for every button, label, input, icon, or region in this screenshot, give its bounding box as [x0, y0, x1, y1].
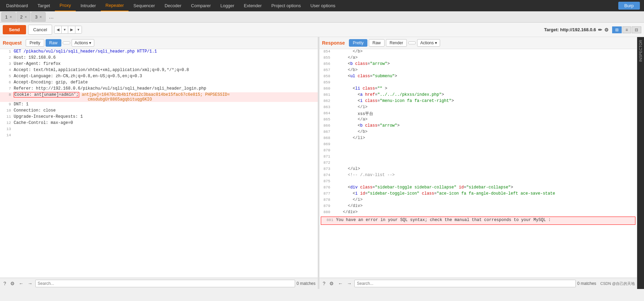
burp-button[interactable]: Burp	[618, 2, 640, 10]
request-match-count: 0 matches	[296, 281, 315, 286]
prev-dropdown[interactable]: ▾	[62, 26, 68, 33]
table-row: 862 <i class="menu-icon fa fa-caret-righ…	[319, 99, 637, 105]
table-row: 9 DNT: 1	[0, 102, 318, 108]
response-search-input[interactable]	[354, 280, 576, 287]
table-row: 871	[319, 154, 637, 160]
nav-sequencer[interactable]: Sequencer	[129, 0, 160, 11]
response-match-count: 0 matches	[577, 281, 596, 286]
edit-icon[interactable]: ✏	[598, 27, 602, 33]
response-search-bar: ? ⚙ ← → 0 matches CSDN @自己的天地	[319, 278, 637, 289]
prev-arrow[interactable]: ◀	[54, 26, 62, 33]
main-content: Request Pretty Raw Actions ▾ 1 GET /pika…	[0, 37, 644, 289]
response-tab-raw[interactable]: Raw	[369, 39, 385, 47]
right-sidebar: INSPECTOR	[637, 37, 644, 289]
request-tab-pretty[interactable]: Pretty	[26, 39, 44, 47]
table-row: 855 </a>	[319, 55, 637, 61]
view-horizontal-btn[interactable]: ≡	[622, 26, 631, 33]
tab-bar: 1 × 2 × 3 × ...	[0, 11, 644, 23]
response-settings-icon[interactable]: ⚙	[328, 280, 335, 287]
table-row: 879 </div>	[319, 204, 637, 210]
nav-extender[interactable]: Extender	[239, 0, 267, 11]
request-settings-icon[interactable]: ⚙	[9, 280, 16, 287]
next-arrow[interactable]: ▶	[68, 26, 75, 33]
request-prev-match[interactable]: ←	[17, 280, 25, 287]
table-row: 874 <!-- /.nav-list -->	[319, 173, 637, 179]
table-row: 7 Referer: http://192.168.0.6/pikachu/vu…	[0, 86, 318, 92]
nav-target[interactable]: Target	[33, 0, 55, 11]
response-prev-match[interactable]: ←	[337, 280, 344, 287]
table-row: 8 Cookie: ant[uname]=admin'; ant[pw]=104…	[0, 92, 318, 102]
view-toggles: ⊞ ≡ ⊟	[612, 26, 641, 33]
request-help-icon[interactable]: ?	[2, 280, 8, 287]
response-tab-pretty[interactable]: Pretty	[349, 39, 367, 47]
table-row: 877 <i id="sidebar-toggle-icon" class="a…	[319, 191, 637, 197]
nav-intruder[interactable]: Intruder	[76, 0, 101, 11]
tab-1[interactable]: 1 ×	[1, 12, 16, 22]
request-tab-newline[interactable]	[63, 42, 70, 44]
response-panel: Response Pretty Raw Render Actions ▾ 854…	[319, 37, 637, 289]
nav-dashboard[interactable]: Dashboard	[1, 0, 33, 11]
table-row: 866 <b class="arrow">	[319, 123, 637, 129]
request-actions-label: Actions	[75, 40, 88, 45]
table-row: 867 </b>	[319, 129, 637, 136]
tab-more[interactable]: ...	[46, 14, 56, 20]
nav-decoder[interactable]: Decoder	[160, 0, 186, 11]
response-help-icon[interactable]: ?	[321, 280, 327, 287]
request-panel: Request Pretty Raw Actions ▾ 1 GET /pika…	[0, 37, 318, 289]
tab-2-label: 2	[20, 14, 23, 20]
table-row: 872	[319, 160, 637, 166]
request-search-input[interactable]	[35, 280, 295, 287]
nav-comparer[interactable]: Comparer	[186, 0, 216, 11]
table-row: 12 Cache-Control: max-age=0	[0, 120, 318, 127]
inspector-label[interactable]: INSPECTOR	[638, 37, 643, 65]
tab-2[interactable]: 2 ×	[16, 12, 31, 22]
cancel-button[interactable]: Cancel	[28, 25, 52, 35]
csdn-label: CSDN @自己的天地	[600, 281, 635, 286]
table-row: 863 </i>	[319, 105, 637, 111]
table-row: 1 GET /pikachu/vul/sqli/sqli_header/sqli…	[0, 49, 318, 55]
response-tab-newline[interactable]	[408, 42, 416, 44]
response-next-match[interactable]: →	[345, 280, 353, 287]
table-row: 864 xss平台	[319, 111, 637, 117]
table-row: 859	[319, 80, 637, 86]
table-row: 875	[319, 179, 637, 185]
view-vertical-btn[interactable]: ⊟	[632, 26, 641, 33]
table-row: 858 <ul class="submenu">	[319, 74, 637, 80]
table-row: 880 </div>	[319, 210, 637, 216]
target-info: Target: http://192.168.0.6 ✏ ⚙	[544, 27, 609, 33]
next-dropdown[interactable]: ▾	[75, 26, 82, 33]
nav-logger[interactable]: Logger	[216, 0, 239, 11]
response-code-area[interactable]: 854 </b> 855 </a> 856 <b class="arrow"> …	[319, 49, 637, 278]
toolbar: Send Cancel ◀ ▾ ▶ ▾ Target: http://192.1…	[0, 23, 644, 37]
request-tab-raw[interactable]: Raw	[46, 39, 61, 47]
request-actions-chevron: ▾	[89, 40, 91, 45]
settings-icon[interactable]: ⚙	[604, 27, 609, 33]
request-title: Request	[3, 40, 22, 46]
nav-project-options[interactable]: Project options	[267, 0, 306, 11]
response-actions-btn[interactable]: Actions ▾	[417, 39, 440, 47]
tab-3-close[interactable]: ×	[40, 15, 42, 19]
table-row: 3 User-Agent: firefox	[0, 61, 318, 68]
nav-user-options[interactable]: User options	[306, 0, 340, 11]
tab-1-close[interactable]: ×	[10, 15, 12, 19]
table-row: 865 </a>	[319, 117, 637, 123]
response-panel-header: Response Pretty Raw Render Actions ▾	[319, 37, 637, 49]
table-row: 876 <div class="sidebar-toggle sidebar-c…	[319, 185, 637, 191]
view-split-btn[interactable]: ⊞	[612, 26, 622, 33]
sql-error-box: 881 You have an error in your SQL syntax…	[321, 217, 636, 225]
nav-repeater[interactable]: Repeater	[101, 0, 129, 11]
request-code-area[interactable]: 1 GET /pikachu/vul/sqli/sqli_header/sqli…	[0, 49, 318, 278]
send-button[interactable]: Send	[3, 25, 26, 34]
tab-1-label: 1	[5, 14, 8, 20]
table-row: 14	[0, 133, 318, 139]
tab-2-close[interactable]: ×	[25, 15, 27, 19]
nav-arrows: ◀ ▾ ▶ ▾	[54, 26, 82, 34]
response-title: Response	[322, 40, 345, 46]
table-row: 4 Accept: text/html,application/xhtml+xm…	[0, 68, 318, 74]
request-actions-btn[interactable]: Actions ▾	[72, 39, 94, 47]
response-tab-render[interactable]: Render	[386, 39, 407, 47]
request-next-match[interactable]: →	[26, 280, 34, 287]
nav-proxy[interactable]: Proxy	[55, 0, 76, 11]
response-actions-label: Actions	[420, 40, 434, 45]
tab-3[interactable]: 3 ×	[31, 12, 46, 22]
